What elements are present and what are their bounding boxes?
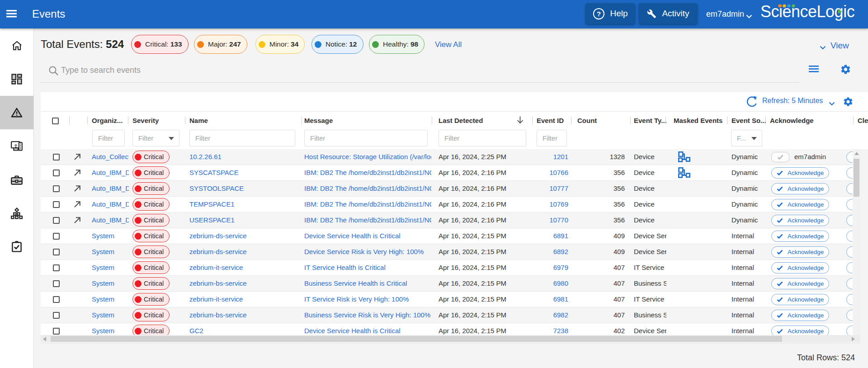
svg-text:?: ?: [597, 10, 601, 18]
